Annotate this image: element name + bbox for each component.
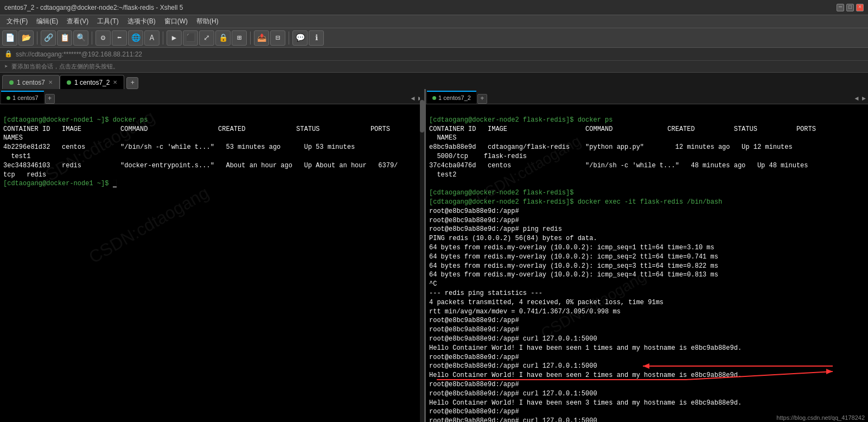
resize-button[interactable]: ⤢: [199, 30, 214, 46]
left-pane-add-tab[interactable]: +: [45, 94, 55, 104]
menu-help[interactable]: 帮助(H): [192, 16, 223, 27]
right-terminal[interactable]: [cdtaogang@docker-node2 flask-redis]$ do…: [426, 104, 868, 422]
svg-marker-4: [826, 369, 833, 374]
lock-button[interactable]: 🔒: [215, 30, 231, 46]
menu-window[interactable]: 窗口(W): [160, 16, 192, 27]
toolbar-sep-1: [37, 32, 37, 45]
info-label: 要添加当前会话，点击左侧的箭头按钮。: [11, 62, 119, 71]
info-button[interactable]: ℹ: [309, 30, 324, 46]
minimize-button[interactable]: ─: [837, 4, 844, 11]
content-area: 1 centos7 + ◄ ► [cdtaogang@docker-node1 …: [0, 89, 868, 422]
right-pane-add-tab[interactable]: +: [477, 94, 487, 104]
menu-tools[interactable]: 工具(T): [93, 16, 123, 27]
settings-button[interactable]: ⚙: [95, 30, 111, 46]
font-button[interactable]: A: [144, 30, 159, 46]
stop-button[interactable]: ⬛: [183, 30, 198, 46]
left-pane: 1 centos7 + ◄ ► [cdtaogang@docker-node1 …: [0, 89, 426, 422]
tab-dot-1: [9, 80, 14, 85]
left-line-2: CONTAINER ID IMAGE COMMAND CREATED STATU…: [3, 125, 390, 142]
left-terminal[interactable]: [cdtaogang@docker-node1 ~]$ docker ps CO…: [0, 104, 424, 422]
grid-button[interactable]: ⊟: [270, 30, 285, 46]
ssh-address: ssh://cdtaogang:*******@192.168.88.211:2…: [16, 51, 142, 58]
tab-close-2[interactable]: ✕: [113, 79, 117, 85]
arrow-button[interactable]: ⬅: [112, 30, 127, 46]
r-line-4: 37c4cba0476d centos "/bin/sh -c 'while t…: [429, 162, 808, 179]
globe-button[interactable]: 🌐: [128, 30, 143, 46]
menu-file[interactable]: 文件(F): [2, 16, 32, 27]
lock-icon: 🔒: [4, 50, 12, 58]
open-button[interactable]: 📂: [18, 30, 34, 46]
right-nav-right[interactable]: ►: [861, 95, 867, 103]
toolbar: 📄 📂 🔗 📋 🔍 ⚙ ⬅ 🌐 A ▶ ⬛ ⤢ 🔒 ⊞ 📤 ⊟ 💬 ℹ: [0, 28, 868, 48]
right-pane: 1 centos7_2 + ◄ ► [cdtaogang@docker-node…: [426, 89, 868, 422]
connect-button[interactable]: 🔗: [41, 30, 56, 46]
tab-centos7-2[interactable]: 1 centos7_2 ✕: [60, 75, 124, 89]
right-nav-left[interactable]: ◄: [854, 95, 860, 103]
left-nav-left[interactable]: ◄: [410, 95, 416, 103]
toolbar-sep-3: [163, 32, 163, 45]
find-button[interactable]: 🔍: [73, 30, 88, 46]
toolbar-sep-5: [289, 32, 289, 45]
arrow-icon: ➤: [4, 63, 8, 70]
menu-bar: 文件(F) 编辑(E) 查看(V) 工具(T) 选项卡(B) 窗口(W) 帮助(…: [0, 15, 868, 28]
right-pane-tab-bar: 1 centos7_2 + ◄ ►: [426, 89, 868, 104]
r-line-1: [cdtaogang@docker-node2 flask-redis]$ do…: [429, 116, 612, 124]
copy-button[interactable]: 📋: [57, 30, 72, 46]
left-line-6: [cdtaogang@docker-node1 ~]$ █: [3, 180, 117, 187]
outer-tab-bar: 1 centos7 ✕ 1 centos7_2 ✕ +: [0, 73, 868, 89]
left-pane-tab[interactable]: 1 centos7: [1, 91, 44, 104]
r-line-6: [cdtaogang@docker-node2 flask-redis]$ do…: [429, 198, 722, 206]
send-button[interactable]: 📤: [254, 30, 269, 46]
right-tab-dot: [432, 96, 436, 100]
right-pane-tab[interactable]: 1 centos7_2: [427, 91, 476, 104]
ssh-bar: 🔒 ssh://cdtaogang:*******@192.168.88.211…: [0, 48, 868, 61]
left-tab-dot: [7, 96, 10, 100]
url-bar: https://blog.csdn.net/qq_4178242: [773, 413, 868, 422]
toolbar-sep-4: [250, 32, 251, 45]
svg-marker-1: [643, 363, 649, 369]
new-session-button[interactable]: 📄: [2, 30, 17, 46]
tab-dot-2: [67, 80, 71, 85]
left-line-1: [cdtaogang@docker-node1 ~]$ docker ps: [3, 116, 148, 124]
left-line-5: 3ec348346103 redis "docker-entrypoint.s.…: [3, 162, 398, 179]
window-title: centos7_2 - cdtaogang@docker-node2:~/fla…: [4, 4, 183, 11]
play-button[interactable]: ▶: [167, 30, 182, 46]
left-line-4: test1: [3, 153, 30, 160]
left-scrollbar-thumb[interactable]: [420, 100, 424, 133]
close-button[interactable]: ×: [856, 4, 864, 11]
maximize-button[interactable]: □: [846, 4, 854, 11]
tab-label-2: 1 centos7_2: [74, 79, 110, 86]
right-tab-label: 1 centos7_2: [438, 95, 471, 101]
right-pane-nav: ◄ ►: [854, 95, 867, 104]
menu-edit[interactable]: 编辑(E): [32, 16, 62, 27]
add-tab-button[interactable]: +: [126, 77, 138, 89]
tab-centos7[interactable]: 1 centos7 ✕: [2, 75, 60, 89]
left-scrollbar[interactable]: [420, 89, 424, 422]
title-bar: centos7_2 - cdtaogang@docker-node2:~/fla…: [0, 0, 868, 15]
split-button[interactable]: ⊞: [232, 30, 247, 46]
window-controls: ─ □ ×: [837, 4, 864, 11]
info-bar: ➤ 要添加当前会话，点击左侧的箭头按钮。: [0, 61, 868, 73]
menu-view[interactable]: 查看(V): [62, 16, 93, 27]
toolbar-sep-2: [92, 32, 92, 45]
r-line-3: e8bc9ab88e9d cdtaogang/flask-redis "pyth…: [429, 143, 793, 160]
menu-tabs[interactable]: 选项卡(B): [123, 16, 160, 27]
r-line-2: CONTAINER ID IMAGE COMMAND CREATED STATU…: [429, 125, 816, 142]
r-line-7: root@e8bc9ab88e9d:/app# root@e8bc9ab88e9…: [429, 207, 742, 422]
chat-button[interactable]: 💬: [292, 30, 308, 46]
left-line-3: 4b2296e81d32 centos "/bin/sh -c 'while t…: [3, 143, 355, 151]
watermark-left-2: CSDN:cdtaogang: [84, 181, 213, 269]
r-line-5: [cdtaogang@docker-node2 flask-redis]$: [429, 189, 573, 197]
tab-label-1: 1 centos7: [17, 79, 45, 86]
left-pane-tab-bar: 1 centos7 + ◄ ►: [0, 89, 424, 104]
left-tab-label: 1 centos7: [12, 95, 39, 101]
tab-close-1[interactable]: ✕: [48, 79, 53, 85]
